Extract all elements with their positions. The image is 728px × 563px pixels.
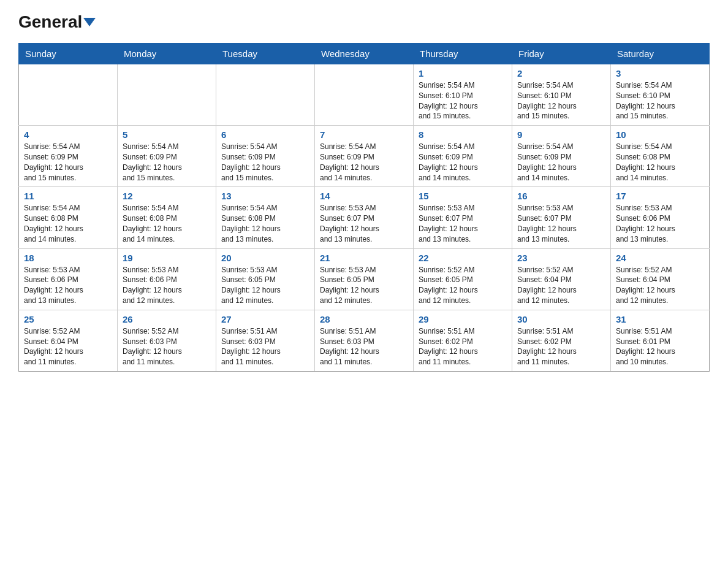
day-info: Sunrise: 5:51 AMSunset: 6:02 PMDaylight:… [517,326,605,367]
column-header-thursday: Thursday [414,44,512,64]
day-number: 28 [320,314,408,324]
day-number: 24 [616,253,704,263]
day-number: 19 [123,253,211,263]
calendar-cell: 17Sunrise: 5:53 AMSunset: 6:06 PMDayligh… [611,187,710,248]
day-number: 20 [221,253,309,263]
day-number: 9 [517,129,605,140]
day-info: Sunrise: 5:52 AMSunset: 6:03 PMDaylight:… [123,326,211,367]
day-number: 18 [24,253,112,263]
day-number: 17 [616,191,704,201]
logo-triangle-icon [83,18,96,26]
day-info: Sunrise: 5:54 AMSunset: 6:09 PMDaylight:… [517,142,605,183]
day-info: Sunrise: 5:51 AMSunset: 6:03 PMDaylight:… [320,326,408,367]
calendar-cell [19,64,118,126]
calendar-week-row: 4Sunrise: 5:54 AMSunset: 6:09 PMDaylight… [19,126,710,187]
day-number: 7 [320,129,408,140]
day-number: 31 [616,314,704,324]
calendar-cell: 10Sunrise: 5:54 AMSunset: 6:08 PMDayligh… [611,126,710,187]
day-info: Sunrise: 5:51 AMSunset: 6:02 PMDaylight:… [419,326,507,367]
day-info: Sunrise: 5:53 AMSunset: 6:07 PMDaylight:… [419,203,507,244]
day-number: 27 [221,314,309,324]
calendar-cell: 16Sunrise: 5:53 AMSunset: 6:07 PMDayligh… [512,187,611,248]
day-info: Sunrise: 5:53 AMSunset: 6:06 PMDaylight:… [123,265,211,306]
calendar-week-row: 18Sunrise: 5:53 AMSunset: 6:06 PMDayligh… [19,248,710,310]
column-header-wednesday: Wednesday [315,44,414,64]
calendar-table: SundayMondayTuesdayWednesdayThursdayFrid… [18,43,710,372]
calendar-cell: 7Sunrise: 5:54 AMSunset: 6:09 PMDaylight… [315,126,414,187]
column-header-tuesday: Tuesday [216,44,315,64]
day-info: Sunrise: 5:53 AMSunset: 6:05 PMDaylight:… [320,265,408,306]
calendar-cell: 11Sunrise: 5:54 AMSunset: 6:08 PMDayligh… [19,187,118,248]
day-info: Sunrise: 5:53 AMSunset: 6:05 PMDaylight:… [221,265,309,306]
day-info: Sunrise: 5:52 AMSunset: 6:04 PMDaylight:… [616,265,704,306]
calendar-cell: 22Sunrise: 5:52 AMSunset: 6:05 PMDayligh… [414,248,512,310]
calendar-cell: 15Sunrise: 5:53 AMSunset: 6:07 PMDayligh… [414,187,512,248]
calendar-cell: 26Sunrise: 5:52 AMSunset: 6:03 PMDayligh… [118,310,216,371]
day-number: 26 [123,314,211,324]
calendar-cell: 3Sunrise: 5:54 AMSunset: 6:10 PMDaylight… [611,64,710,126]
calendar-cell: 25Sunrise: 5:52 AMSunset: 6:04 PMDayligh… [19,310,118,371]
day-info: Sunrise: 5:53 AMSunset: 6:06 PMDaylight:… [24,265,112,306]
calendar-cell: 5Sunrise: 5:54 AMSunset: 6:09 PMDaylight… [118,126,216,187]
calendar-header-row: SundayMondayTuesdayWednesdayThursdayFrid… [19,44,710,64]
day-number: 21 [320,253,408,263]
day-info: Sunrise: 5:54 AMSunset: 6:09 PMDaylight:… [419,142,507,183]
day-number: 3 [616,68,704,79]
calendar-cell: 4Sunrise: 5:54 AMSunset: 6:09 PMDaylight… [19,126,118,187]
day-number: 23 [517,253,605,263]
day-number: 2 [517,68,605,79]
day-info: Sunrise: 5:54 AMSunset: 6:08 PMDaylight:… [221,203,309,244]
logo-area: General [18,12,96,33]
calendar-cell: 2Sunrise: 5:54 AMSunset: 6:10 PMDaylight… [512,64,611,126]
calendar-cell: 31Sunrise: 5:51 AMSunset: 6:01 PMDayligh… [611,310,710,371]
calendar-cell: 30Sunrise: 5:51 AMSunset: 6:02 PMDayligh… [512,310,611,371]
logo: General [18,12,96,32]
day-info: Sunrise: 5:54 AMSunset: 6:10 PMDaylight:… [616,80,704,121]
calendar-cell: 28Sunrise: 5:51 AMSunset: 6:03 PMDayligh… [315,310,414,371]
calendar-cell: 24Sunrise: 5:52 AMSunset: 6:04 PMDayligh… [611,248,710,310]
day-info: Sunrise: 5:52 AMSunset: 6:04 PMDaylight:… [24,326,112,367]
day-number: 14 [320,191,408,201]
day-info: Sunrise: 5:54 AMSunset: 6:09 PMDaylight:… [320,142,408,183]
day-number: 30 [517,314,605,324]
calendar-cell: 1Sunrise: 5:54 AMSunset: 6:10 PMDaylight… [414,64,512,126]
day-info: Sunrise: 5:53 AMSunset: 6:07 PMDaylight:… [320,203,408,244]
calendar-cell [216,64,315,126]
calendar-cell: 20Sunrise: 5:53 AMSunset: 6:05 PMDayligh… [216,248,315,310]
day-number: 12 [123,191,211,201]
calendar-cell: 19Sunrise: 5:53 AMSunset: 6:06 PMDayligh… [118,248,216,310]
calendar-week-row: 11Sunrise: 5:54 AMSunset: 6:08 PMDayligh… [19,187,710,248]
day-number: 15 [419,191,507,201]
day-info: Sunrise: 5:54 AMSunset: 6:08 PMDaylight:… [123,203,211,244]
calendar-cell: 23Sunrise: 5:52 AMSunset: 6:04 PMDayligh… [512,248,611,310]
day-info: Sunrise: 5:51 AMSunset: 6:03 PMDaylight:… [221,326,309,367]
calendar-cell: 9Sunrise: 5:54 AMSunset: 6:09 PMDaylight… [512,126,611,187]
calendar-cell: 13Sunrise: 5:54 AMSunset: 6:08 PMDayligh… [216,187,315,248]
day-number: 4 [24,129,112,140]
calendar-cell: 6Sunrise: 5:54 AMSunset: 6:09 PMDaylight… [216,126,315,187]
column-header-saturday: Saturday [611,44,710,64]
day-info: Sunrise: 5:54 AMSunset: 6:08 PMDaylight:… [24,203,112,244]
page-header: General [18,12,710,33]
day-number: 11 [24,191,112,201]
column-header-friday: Friday [512,44,611,64]
day-number: 1 [419,68,507,79]
day-info: Sunrise: 5:52 AMSunset: 6:05 PMDaylight:… [419,265,507,306]
day-info: Sunrise: 5:54 AMSunset: 6:09 PMDaylight:… [123,142,211,183]
day-number: 16 [517,191,605,201]
day-number: 13 [221,191,309,201]
logo-general-text: General [18,12,82,32]
day-number: 5 [123,129,211,140]
day-info: Sunrise: 5:54 AMSunset: 6:09 PMDaylight:… [221,142,309,183]
day-info: Sunrise: 5:52 AMSunset: 6:04 PMDaylight:… [517,265,605,306]
day-number: 25 [24,314,112,324]
day-number: 8 [419,129,507,140]
column-header-sunday: Sunday [19,44,118,64]
calendar-cell: 8Sunrise: 5:54 AMSunset: 6:09 PMDaylight… [414,126,512,187]
day-info: Sunrise: 5:54 AMSunset: 6:09 PMDaylight:… [24,142,112,183]
day-number: 22 [419,253,507,263]
calendar-cell: 29Sunrise: 5:51 AMSunset: 6:02 PMDayligh… [414,310,512,371]
day-info: Sunrise: 5:53 AMSunset: 6:06 PMDaylight:… [616,203,704,244]
calendar-cell: 21Sunrise: 5:53 AMSunset: 6:05 PMDayligh… [315,248,414,310]
day-info: Sunrise: 5:54 AMSunset: 6:10 PMDaylight:… [517,80,605,121]
